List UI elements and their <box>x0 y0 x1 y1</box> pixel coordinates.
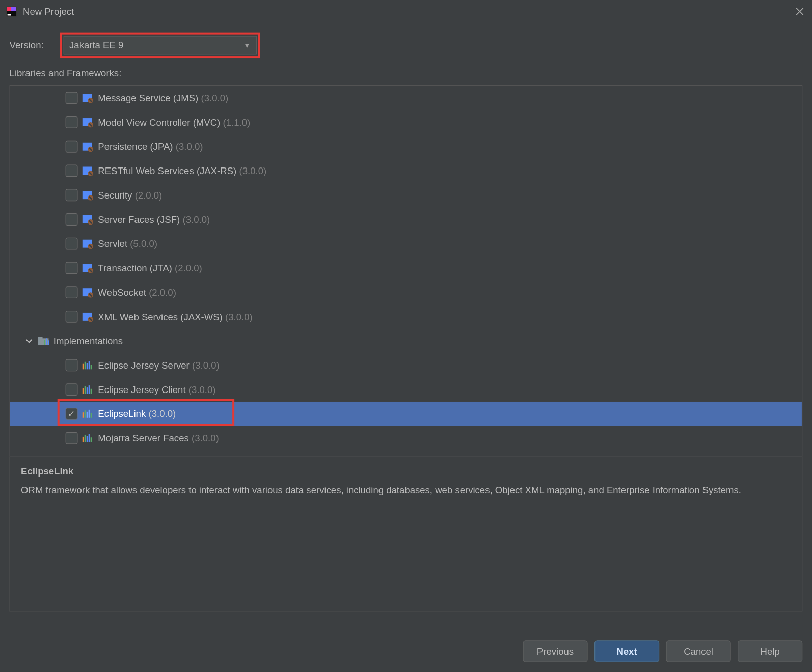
tree-item[interactable]: Servlet (5.0.0) <box>10 232 802 256</box>
description-title: EclipseLink <box>21 466 791 477</box>
help-button[interactable]: Help <box>738 640 802 662</box>
tree-item[interactable]: Eclipse Jersey Client (3.0.0) <box>10 377 802 402</box>
svg-rect-39 <box>48 340 49 345</box>
tree-item[interactable]: WebSocket (2.0.0) <box>10 280 802 304</box>
intellij-icon <box>6 6 18 18</box>
svg-rect-43 <box>89 361 90 369</box>
previous-button[interactable]: Previous <box>523 640 587 662</box>
description-panel: EclipseLink ORM framework that allows de… <box>10 456 803 611</box>
tree-item-name: Servlet <box>98 238 127 249</box>
tree-item[interactable]: Eclipse Jersey Server (3.0.0) <box>10 353 802 377</box>
library-icon <box>82 433 94 443</box>
titlebar: New Project <box>0 0 812 23</box>
svg-rect-51 <box>85 410 86 418</box>
tree-item-eclipselink[interactable]: EclipseLink (3.0.0) <box>10 402 802 426</box>
next-button[interactable]: Next <box>594 640 659 662</box>
tree-item[interactable]: Security (2.0.0) <box>10 183 802 207</box>
checkbox-checked[interactable] <box>66 408 78 420</box>
tree-item[interactable]: Persistence (JPA) (3.0.0) <box>10 134 802 159</box>
svg-rect-54 <box>91 413 92 418</box>
svg-rect-4 <box>8 14 11 16</box>
tree-item-version: (3.0.0) <box>176 141 203 152</box>
svg-rect-57 <box>87 436 88 442</box>
tree-item-version: (3.0.0) <box>188 384 216 395</box>
tree-item-version: (3.0.0) <box>148 408 176 419</box>
library-icon <box>82 384 94 395</box>
tree-item-name: XML Web Services (JAX-WS) <box>98 311 222 322</box>
svg-rect-53 <box>89 410 90 418</box>
version-combo[interactable]: Jakarta EE 9 ▼ <box>63 36 256 54</box>
library-icon <box>82 238 94 249</box>
tree-item[interactable]: XML Web Services (JAX-WS) (3.0.0) <box>10 304 802 329</box>
svg-rect-45 <box>83 388 84 394</box>
tree-item-version: (3.0.0) <box>192 433 219 443</box>
tree-item-name: WebSocket <box>98 287 146 298</box>
tree-item[interactable]: Message Service (JMS) (3.0.0) <box>10 86 802 110</box>
checkbox[interactable] <box>66 238 78 250</box>
window-title: New Project <box>23 6 794 17</box>
tree-item-version: (3.0.0) <box>192 360 220 371</box>
library-icon <box>82 93 94 103</box>
tree-item-name: Mojarra Server Faces <box>98 433 188 443</box>
cancel-button[interactable]: Cancel <box>666 640 730 662</box>
libraries-tree[interactable]: Message Service (JMS) (3.0.0) Model View… <box>10 85 803 456</box>
checkbox[interactable] <box>66 92 78 104</box>
checkbox[interactable] <box>66 165 78 177</box>
checkbox[interactable] <box>66 432 78 444</box>
tree-item-version: (5.0.0) <box>130 238 157 249</box>
svg-rect-38 <box>46 338 47 345</box>
svg-rect-49 <box>91 389 92 394</box>
close-icon[interactable] <box>794 6 805 17</box>
checkbox[interactable] <box>66 116 78 128</box>
library-icon <box>82 117 94 127</box>
folder-icon <box>37 335 49 346</box>
tree-item-name: RESTful Web Services (JAX-RS) <box>98 165 236 176</box>
library-icon <box>82 311 94 322</box>
tree-item-name: Persistence (JPA) <box>98 141 173 152</box>
tree-item[interactable]: Mojarra Server Faces (3.0.0) <box>10 426 802 451</box>
chevron-down-icon[interactable] <box>25 337 35 345</box>
library-icon <box>82 141 94 152</box>
checkbox[interactable] <box>66 383 78 396</box>
tree-item-name: Transaction (JTA) <box>98 263 172 273</box>
new-project-dialog: New Project Version: Jakarta EE 9 ▼ Libr… <box>0 0 812 671</box>
svg-rect-1 <box>7 7 11 11</box>
tree-item-version: (3.0.0) <box>201 93 229 103</box>
tree-item-version: (3.0.0) <box>225 311 253 322</box>
library-icon <box>82 287 94 298</box>
version-combo-text: Jakarta EE 9 <box>69 40 243 50</box>
tree-item-version: (2.0.0) <box>175 263 202 273</box>
checkbox[interactable] <box>66 141 78 153</box>
tree-item-version: (3.0.0) <box>182 214 210 225</box>
checkbox[interactable] <box>66 311 78 323</box>
button-bar: Previous Next Cancel Help <box>0 632 812 671</box>
chevron-down-icon: ▼ <box>243 42 250 49</box>
svg-rect-41 <box>85 362 86 370</box>
implementations-group[interactable]: Implementations <box>10 329 802 353</box>
svg-rect-37 <box>44 340 45 345</box>
tree-item[interactable]: Server Faces (JSF) (3.0.0) <box>10 207 802 232</box>
tree-item-name: EclipseLink <box>98 408 146 419</box>
svg-rect-2 <box>11 7 16 11</box>
version-label: Version: <box>10 40 44 50</box>
svg-rect-36 <box>38 337 42 340</box>
checkbox[interactable] <box>66 189 78 201</box>
tree-item[interactable]: Model View Controller (MVC) (1.1.0) <box>10 110 802 134</box>
svg-rect-52 <box>87 412 88 418</box>
svg-rect-40 <box>83 364 84 370</box>
checkbox[interactable] <box>66 213 78 226</box>
checkbox[interactable] <box>66 359 78 371</box>
checkbox[interactable] <box>66 262 78 274</box>
tree-item-name: Security <box>98 190 132 201</box>
svg-rect-44 <box>91 365 92 369</box>
tree-item-name: Message Service (JMS) <box>98 93 198 103</box>
library-icon <box>82 263 94 273</box>
tree-item[interactable]: Transaction (JTA) (2.0.0) <box>10 256 802 281</box>
tree-item-name: Eclipse Jersey Server <box>98 360 190 371</box>
tree-item-name: Server Faces (JSF) <box>98 214 180 225</box>
svg-rect-47 <box>87 387 88 394</box>
checkbox[interactable] <box>66 286 78 298</box>
tree-item-version: (1.1.0) <box>223 117 251 127</box>
svg-rect-58 <box>89 434 90 442</box>
tree-item[interactable]: RESTful Web Services (JAX-RS) (3.0.0) <box>10 159 802 183</box>
